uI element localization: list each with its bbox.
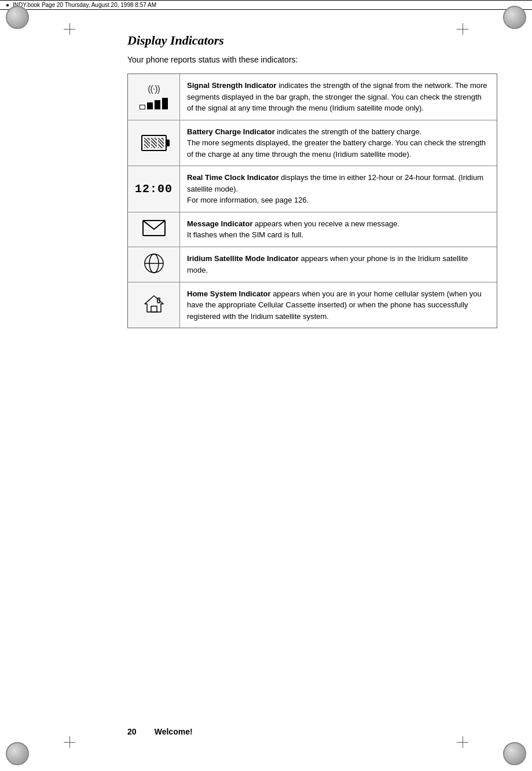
iridium-satellite-desc: Iridium Satellite Mode Indicator appears… xyxy=(180,247,497,282)
table-row: Message Indicator appears when you recei… xyxy=(128,212,497,247)
home-system-desc: Home System Indicator appears when you a… xyxy=(180,282,497,328)
signal-strength-icon-cell: ((·)) xyxy=(128,74,180,120)
svg-rect-10 xyxy=(157,298,160,303)
real-time-clock-title: Real Time Clock Indicator xyxy=(187,173,279,182)
signal-bar-4 xyxy=(162,98,168,109)
battery-seg-2 xyxy=(151,138,157,148)
battery-charge-title: Battery Charge Indicator xyxy=(187,127,275,136)
signal-bar-2 xyxy=(147,102,153,109)
table-row: Home System Indicator appears when you a… xyxy=(128,282,497,328)
page-number: 20 xyxy=(127,727,137,736)
intro-text: Your phone reports status with these ind… xyxy=(127,55,497,64)
crosshair-bottom-left xyxy=(64,736,75,748)
signal-bar-1 xyxy=(140,105,145,109)
real-time-clock-icon: 12:00 xyxy=(135,182,173,196)
svg-marker-8 xyxy=(145,296,163,312)
ornament-bottom-right xyxy=(503,742,526,765)
message-indicator-icon-cell xyxy=(128,212,180,247)
table-row: ⚪ Iridium Satellite Mode I xyxy=(128,247,497,282)
page-title: Display Indicators xyxy=(127,33,497,48)
main-content: Display Indicators Your phone reports st… xyxy=(0,10,532,363)
message-indicator-desc: Message Indicator appears when you recei… xyxy=(180,212,497,247)
battery-seg-3 xyxy=(158,138,164,148)
footer-label: Welcome! xyxy=(155,727,193,736)
header-text: INDY.book Page 20 Thursday, August 20, 1… xyxy=(13,2,156,8)
message-indicator-title: Message Indicator xyxy=(187,219,252,228)
footer-spacer xyxy=(138,727,152,736)
home-system-icon-cell xyxy=(128,282,180,328)
battery-segments xyxy=(142,136,166,150)
battery-seg-1 xyxy=(144,138,150,148)
table-row: 12:00 Real Time Clock Indicator displays… xyxy=(128,166,497,212)
header-bar: ● INDY.book Page 20 Thursday, August 20,… xyxy=(0,0,532,10)
iridium-satellite-title: Iridium Satellite Mode Indicator xyxy=(187,254,299,263)
table-row: Battery Charge Indicator indicates the s… xyxy=(128,120,497,166)
ornament-top-right xyxy=(503,6,526,29)
indicators-table: ((·)) Signal Strength Indicator indicate… xyxy=(127,74,497,328)
header-bullet-icon: ● xyxy=(6,2,9,8)
crosshair-bottom-right xyxy=(457,736,468,748)
message-indicator-icon xyxy=(142,220,166,236)
page-footer: 20 Welcome! xyxy=(127,727,193,736)
table-row: ((·)) Signal Strength Indicator indicate… xyxy=(128,74,497,120)
crosshair-top-right xyxy=(457,23,468,35)
ornament-top-left xyxy=(6,6,29,29)
battery-charge-icon xyxy=(141,135,167,151)
signal-bars xyxy=(140,97,168,109)
signal-strength-icon: ((·)) xyxy=(135,84,173,109)
envelope-svg xyxy=(142,220,166,236)
iridium-satellite-icon-cell: ⚪ xyxy=(128,247,180,282)
real-time-clock-icon-cell: 12:00 xyxy=(128,166,180,212)
signal-radio-symbol: ((·)) xyxy=(148,84,160,94)
svg-rect-9 xyxy=(151,306,157,312)
home-system-indicator-icon xyxy=(144,293,164,314)
signal-strength-desc: Signal Strength Indicator indicates the … xyxy=(180,74,497,120)
real-time-clock-desc: Real Time Clock Indicator displays the t… xyxy=(180,166,497,212)
battery-charge-icon-cell xyxy=(128,120,180,166)
signal-bar-3 xyxy=(155,100,160,109)
ornament-bottom-left xyxy=(6,742,29,765)
signal-strength-title: Signal Strength Indicator xyxy=(187,81,277,90)
page-container: ● INDY.book Page 20 Thursday, August 20,… xyxy=(0,0,532,771)
home-system-title: Home System Indicator xyxy=(187,289,271,298)
crosshair-top-left xyxy=(64,23,75,35)
globe-svg-visible xyxy=(144,253,164,274)
battery-charge-desc: Battery Charge Indicator indicates the s… xyxy=(180,120,497,166)
